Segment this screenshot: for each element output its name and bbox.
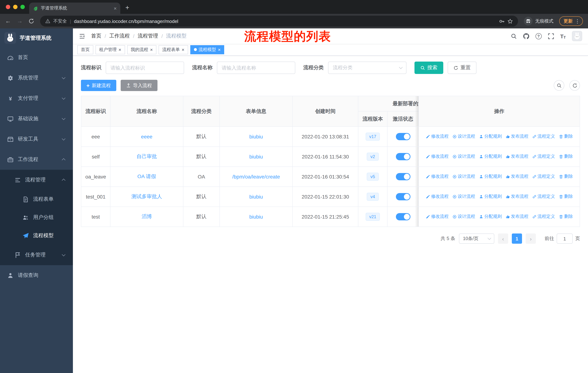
prev-page-button[interactable]: ‹	[498, 233, 508, 244]
url-text[interactable]: dashboard.yudao.iocoder.cn/bpm/manager/m…	[74, 18, 178, 24]
form-info-link[interactable]: /bpm/oa/leave/create	[232, 174, 280, 180]
user-avatar[interactable]	[572, 31, 582, 41]
process-category-select[interactable]: 流程分类	[328, 61, 407, 74]
sidebar-item-process-model[interactable]: 流程模型	[0, 227, 73, 245]
sidebar-collapse-icon[interactable]	[79, 33, 85, 39]
process-name-input[interactable]	[217, 61, 295, 74]
form-info-link[interactable]: biubiu	[249, 154, 263, 160]
forward-button[interactable]: →	[17, 18, 23, 24]
process-definition-link[interactable]: 流程定义	[532, 194, 555, 200]
delete-link[interactable]: 删除	[559, 214, 573, 220]
tag-process-form[interactable]: 流程表单×	[158, 45, 188, 54]
sidebar-item-process-management[interactable]: 流程管理	[0, 170, 73, 190]
sidebar-item-system-management[interactable]: 系统管理	[0, 68, 73, 88]
tag-my-process[interactable]: 我的流程×	[127, 45, 156, 54]
window-minimize-button[interactable]	[13, 5, 18, 9]
delete-link[interactable]: 删除	[559, 153, 573, 160]
version-badge[interactable]: v2	[367, 153, 378, 161]
search-icon[interactable]	[511, 33, 517, 39]
tag-home[interactable]: 首页	[77, 45, 93, 54]
process-definition-link[interactable]: 流程定义	[532, 153, 555, 160]
close-icon[interactable]: ×	[181, 47, 184, 52]
version-badge[interactable]: v5	[367, 173, 378, 181]
sidebar-item-task-management[interactable]: 任务管理	[0, 245, 73, 265]
publish-process-link[interactable]: 发布流程	[505, 133, 528, 140]
active-toggle[interactable]	[396, 133, 410, 140]
security-label[interactable]: 不安全	[53, 18, 67, 24]
toggle-search-button[interactable]	[554, 80, 564, 91]
page-size-select[interactable]: 10条/页	[459, 233, 494, 244]
sidebar-item-process-form[interactable]: 流程表单	[0, 190, 73, 208]
breadcrumb-home[interactable]: 首页	[91, 33, 101, 39]
sidebar-item-dev-tools[interactable]: 研发工具	[0, 129, 73, 149]
assign-rule-link[interactable]: 分配规则	[479, 173, 502, 180]
design-process-link[interactable]: 设计流程	[452, 194, 475, 200]
browser-tab[interactable]: 芋道管理系统 ×	[29, 2, 120, 14]
modify-process-link[interactable]: 修改流程	[426, 153, 449, 160]
modify-process-link[interactable]: 修改流程	[426, 214, 449, 220]
back-button[interactable]: ←	[5, 18, 11, 24]
design-process-link[interactable]: 设计流程	[452, 133, 475, 140]
close-icon[interactable]: ×	[150, 47, 153, 52]
process-definition-link[interactable]: 流程定义	[532, 214, 555, 220]
window-zoom-button[interactable]	[21, 5, 25, 9]
fullscreen-icon[interactable]	[548, 33, 554, 39]
create-process-button[interactable]: + 新建流程	[81, 80, 116, 91]
design-process-link[interactable]: 设计流程	[452, 153, 475, 160]
assign-rule-link[interactable]: 分配规则	[479, 194, 502, 200]
delete-link[interactable]: 删除	[559, 194, 573, 200]
modify-process-link[interactable]: 修改流程	[426, 194, 449, 200]
help-icon[interactable]: ?	[535, 33, 542, 39]
font-size-icon[interactable]: TT	[560, 33, 566, 39]
browser-menu-icon[interactable]: ⋮	[575, 18, 580, 24]
active-toggle[interactable]	[396, 153, 410, 160]
process-name-link[interactable]: 自己审批	[136, 153, 157, 159]
assign-rule-link[interactable]: 分配规则	[479, 153, 502, 160]
process-definition-link[interactable]: 流程定义	[532, 173, 555, 180]
app-logo-row[interactable]: 芋道管理系统	[0, 28, 73, 47]
new-tab-button[interactable]: +	[120, 1, 134, 14]
active-toggle[interactable]	[396, 173, 410, 180]
next-page-button[interactable]: ›	[526, 233, 536, 244]
close-icon[interactable]: ×	[118, 47, 121, 52]
sidebar-item-user-group[interactable]: 用户分组	[0, 208, 73, 227]
sidebar-item-workflow[interactable]: 工作流程	[0, 149, 73, 170]
design-process-link[interactable]: 设计流程	[452, 214, 475, 220]
reset-button[interactable]: 重置	[448, 61, 476, 74]
process-name-link[interactable]: OA 请假	[137, 173, 156, 179]
sidebar-item-leave-query[interactable]: 请假查询	[0, 265, 73, 286]
address-bar[interactable]: 不安全 | dashboard.yudao.iocoder.cn/bpm/man…	[40, 16, 518, 27]
version-badge[interactable]: v4	[367, 193, 378, 201]
modify-process-link[interactable]: 修改流程	[426, 133, 449, 140]
sidebar-item-infrastructure[interactable]: 基础设施	[0, 109, 73, 129]
design-process-link[interactable]: 设计流程	[452, 173, 475, 180]
form-info-link[interactable]: biubiu	[249, 214, 263, 220]
active-toggle[interactable]	[396, 193, 410, 200]
current-page-button[interactable]: 1	[512, 233, 522, 244]
tag-tenant-management[interactable]: 租户管理×	[95, 45, 125, 54]
process-name-link[interactable]: 滔博	[142, 213, 152, 219]
goto-page-input[interactable]	[557, 233, 573, 244]
delete-link[interactable]: 删除	[559, 173, 573, 180]
publish-process-link[interactable]: 发布流程	[505, 214, 528, 220]
sidebar-item-home[interactable]: 首页	[0, 47, 73, 68]
refresh-table-button[interactable]	[569, 80, 580, 91]
version-badge[interactable]: v21	[366, 213, 380, 221]
form-info-link[interactable]: biubiu	[249, 134, 263, 140]
import-process-button[interactable]: 导入流程	[121, 80, 158, 91]
publish-process-link[interactable]: 发布流程	[505, 153, 528, 160]
publish-process-link[interactable]: 发布流程	[505, 173, 528, 180]
browser-update-button[interactable]: 更新 ⋮	[559, 16, 583, 26]
process-name-link[interactable]: eeee	[141, 134, 152, 140]
assign-rule-link[interactable]: 分配规则	[479, 214, 502, 220]
assign-rule-link[interactable]: 分配规则	[479, 133, 502, 140]
process-definition-link[interactable]: 流程定义	[532, 133, 555, 140]
publish-process-link[interactable]: 发布流程	[505, 194, 528, 200]
window-close-button[interactable]	[6, 5, 10, 9]
password-key-icon[interactable]	[499, 18, 504, 24]
search-button[interactable]: 搜索	[414, 61, 443, 74]
github-icon[interactable]	[523, 33, 529, 39]
process-id-input[interactable]	[106, 61, 184, 74]
tab-close-icon[interactable]: ×	[114, 5, 117, 11]
close-icon[interactable]: ×	[218, 47, 221, 52]
